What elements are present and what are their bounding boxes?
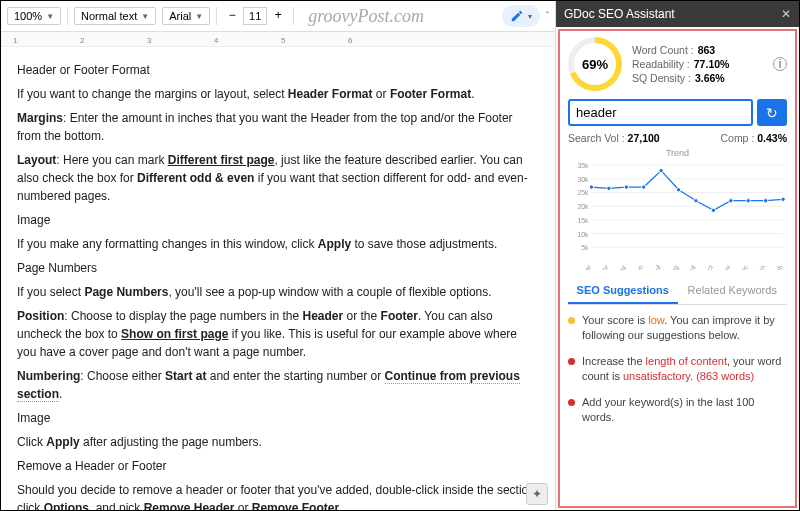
fontsize-decrease[interactable]: − <box>223 7 241 25</box>
fontsize-input[interactable]: 11 <box>243 7 267 25</box>
svg-text:10k: 10k <box>578 231 590 238</box>
svg-text:Jul: Jul <box>652 263 663 270</box>
stats: Word Count :863 Readability :77.10% SQ D… <box>632 42 729 86</box>
svg-point-23 <box>746 199 750 203</box>
svg-text:5k: 5k <box>581 244 589 251</box>
toolbar: 100%▼ Normal text▼ Arial▼ − 11 + groovyP… <box>1 1 555 32</box>
editing-mode-button[interactable]: ▾ <box>502 5 540 27</box>
svg-text:Feb: Feb <box>772 264 784 270</box>
svg-point-25 <box>781 197 785 201</box>
svg-text:15k: 15k <box>578 217 590 224</box>
explore-button[interactable]: ✦ <box>526 483 548 505</box>
svg-point-19 <box>676 188 680 192</box>
font-select[interactable]: Arial▼ <box>162 7 210 25</box>
refresh-button[interactable]: ↻ <box>757 99 787 126</box>
sidebar-title: GDoc SEO Assistant <box>564 7 675 21</box>
collapse-toolbar[interactable]: ˆ <box>546 11 549 22</box>
ruler[interactable]: 123456 <box>1 32 555 47</box>
svg-text:Jun: Jun <box>633 264 645 270</box>
pencil-icon <box>510 9 524 23</box>
svg-text:Apr: Apr <box>598 263 611 270</box>
svg-point-22 <box>729 199 733 203</box>
svg-text:Aug: Aug <box>667 264 680 270</box>
svg-point-14 <box>589 185 593 189</box>
tab-related-keywords[interactable]: Related Keywords <box>678 278 788 304</box>
style-select[interactable]: Normal text▼ <box>74 7 156 25</box>
svg-point-20 <box>694 199 698 203</box>
svg-text:May: May <box>615 263 629 270</box>
svg-text:Sept: Sept <box>684 264 698 270</box>
svg-text:Dec: Dec <box>737 263 749 270</box>
svg-text:35k: 35k <box>578 162 590 169</box>
suggestions-list: Your score is low. You can improve it by… <box>568 313 787 425</box>
svg-point-24 <box>764 199 768 203</box>
svg-point-17 <box>642 185 646 189</box>
close-icon[interactable]: ✕ <box>781 7 791 21</box>
tab-seo-suggestions[interactable]: SEO Suggestions <box>568 278 678 304</box>
heading: Header or Footer Format <box>17 61 539 79</box>
watermark-text: groovyPost.com <box>308 6 424 27</box>
svg-point-16 <box>624 185 628 189</box>
svg-text:Jan: Jan <box>755 264 767 270</box>
svg-text:20k: 20k <box>578 203 590 210</box>
document-body[interactable]: Header or Footer Format If you want to c… <box>1 47 555 510</box>
keyword-input[interactable] <box>568 99 753 126</box>
svg-point-18 <box>659 168 663 172</box>
svg-text:30k: 30k <box>578 176 590 183</box>
trend-chart: 5k10k15k20k25k30k35kMarAprMayJunJulAugSe… <box>568 160 787 270</box>
svg-text:Mar: Mar <box>580 263 592 270</box>
chart-title: Trend <box>568 148 787 158</box>
seo-sidebar: GDoc SEO Assistant ✕ 69% Word Count :863… <box>555 1 799 510</box>
svg-text:25k: 25k <box>578 189 590 196</box>
info-icon[interactable]: i <box>773 57 787 71</box>
svg-point-21 <box>711 208 715 212</box>
fontsize-increase[interactable]: + <box>269 7 287 25</box>
zoom-select[interactable]: 100%▼ <box>7 7 61 25</box>
svg-point-15 <box>607 186 611 190</box>
svg-text:Oct: Oct <box>703 264 714 270</box>
score-ring: 69% <box>568 37 622 91</box>
svg-text:Nov: Nov <box>720 263 732 270</box>
